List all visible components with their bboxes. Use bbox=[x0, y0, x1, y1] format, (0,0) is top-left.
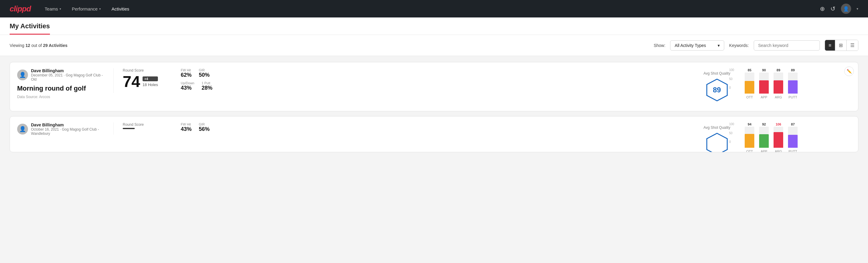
nav-right: ⊕ ↺ 👤 ▾ bbox=[820, 4, 858, 14]
y-0: 0 bbox=[729, 86, 734, 89]
bar-ott: 85 OTT bbox=[745, 68, 754, 99]
activity-card: 👤 Dave Billingham December 05, 2021 · Go… bbox=[10, 62, 858, 111]
search-input[interactable] bbox=[758, 43, 815, 48]
bar-arg: 89 ARG bbox=[774, 68, 783, 99]
oneputt-value: 28% bbox=[202, 85, 212, 91]
avatar-2: 👤 bbox=[17, 124, 28, 135]
hexagon-wrap: Avg Shot Quality 89 bbox=[704, 71, 730, 102]
round-score-row-2 bbox=[123, 128, 174, 131]
activity-type-dropdown[interactable]: All Activity Types ▾ bbox=[670, 40, 724, 51]
page-title: My Activities bbox=[10, 22, 50, 35]
main-content: 👤 Dave Billingham December 05, 2021 · Go… bbox=[0, 56, 868, 163]
hexagon: 89 bbox=[705, 78, 729, 102]
quality-label: Avg Shot Quality bbox=[704, 71, 730, 76]
refresh-icon[interactable]: ↺ bbox=[830, 5, 836, 12]
nav-label-activities: Activities bbox=[112, 6, 129, 11]
hexagon-svg-2 bbox=[705, 132, 729, 152]
activity-type-selected: All Activity Types bbox=[675, 43, 706, 48]
nav-item-performance[interactable]: Performance ▾ bbox=[68, 4, 105, 14]
oneputt-stat: 1 Putt 28% bbox=[202, 81, 212, 91]
show-label: Show: bbox=[654, 43, 665, 48]
bar-putt: 89 PUTT bbox=[788, 68, 798, 99]
user-info: Dave Billingham December 05, 2021 · Gog … bbox=[31, 68, 107, 82]
bar-chart-2: 94 OTT 92 APP 106 bbox=[745, 122, 798, 152]
bar-chart: 85 OTT 90 APP bbox=[745, 68, 798, 105]
bar-chart-wrapper: 100 50 0 85 OTT 90 bbox=[736, 68, 798, 105]
gir-label: GIR bbox=[199, 68, 210, 72]
oneputt-label: 1 Putt bbox=[202, 81, 212, 85]
bar-ott-fill bbox=[745, 81, 754, 94]
updown-label: Up/Down bbox=[181, 81, 194, 85]
user-date-2: October 16, 2021 · Gog Magog Golf Club -… bbox=[31, 127, 107, 136]
bar-app-container bbox=[759, 72, 769, 94]
user-chevron-icon: ▾ bbox=[857, 7, 858, 11]
bar-putt-value-2: 87 bbox=[791, 122, 795, 126]
performance-chevron-icon: ▾ bbox=[99, 7, 101, 10]
gir-label-2: GIR bbox=[199, 122, 210, 126]
round-score-section: Round Score 74 +4 18 Holes bbox=[114, 68, 174, 93]
user-name: Dave Billingham bbox=[31, 68, 107, 73]
bar-putt-container bbox=[788, 72, 798, 94]
y-0-2: 0 bbox=[729, 140, 734, 144]
quality-label-2: Avg Shot Quality bbox=[704, 125, 730, 130]
bar-app: 90 APP bbox=[759, 68, 769, 99]
round-score-label-2: Round Score bbox=[123, 122, 174, 127]
add-icon[interactable]: ⊕ bbox=[820, 5, 825, 12]
view-toggles: ≡ ⊞ ☰ bbox=[825, 40, 858, 51]
y-100: 100 bbox=[729, 68, 734, 71]
teams-chevron-icon: ▾ bbox=[60, 7, 61, 10]
card-left-2: 👤 Dave Billingham October 16, 2021 · Gog… bbox=[17, 122, 107, 139]
bar-arg-container-2 bbox=[774, 127, 783, 148]
view-toggle-compact[interactable]: ☰ bbox=[847, 40, 858, 51]
bar-app-value: 90 bbox=[762, 68, 766, 72]
bar-arg-value: 89 bbox=[777, 68, 780, 72]
bar-app-value-2: 92 bbox=[762, 122, 766, 126]
y-100-2: 100 bbox=[729, 122, 734, 126]
round-score-row: 74 +4 18 Holes bbox=[123, 74, 174, 89]
bar-putt-fill-2 bbox=[788, 135, 798, 148]
nav-item-activities[interactable]: Activities bbox=[107, 4, 133, 14]
user-date: December 05, 2021 · Gog Magog Golf Club … bbox=[31, 73, 107, 82]
nav-label-teams: Teams bbox=[45, 6, 58, 11]
compact-view-icon: ☰ bbox=[850, 42, 855, 48]
bar-arg-container bbox=[774, 72, 783, 94]
y-50-2: 50 bbox=[729, 132, 734, 135]
bar-putt-container-2 bbox=[788, 127, 798, 148]
user-row-2: 👤 Dave Billingham October 16, 2021 · Gog… bbox=[17, 122, 107, 136]
score-badge: +4 bbox=[143, 77, 158, 81]
bar-ott-fill-2 bbox=[745, 134, 754, 148]
holes-label: 18 Holes bbox=[143, 83, 158, 87]
mini-stat-row-top-2: FW Hit 43% GIR 56% bbox=[181, 122, 222, 136]
logo[interactable]: clippd bbox=[10, 4, 31, 13]
viewing-mid: out of bbox=[30, 43, 43, 48]
nav-item-teams[interactable]: Teams ▾ bbox=[40, 4, 65, 14]
mini-stats-2: FW Hit 43% GIR 56% bbox=[174, 122, 222, 136]
round-score-label: Round Score bbox=[123, 68, 174, 72]
viewing-total: 29 bbox=[43, 43, 48, 48]
shot-quality-section: Avg Shot Quality 89 100 50 0 bbox=[694, 68, 851, 105]
mini-stats: FW Hit 62% GIR 50% Up/Down 43% 1 Putt 28… bbox=[174, 68, 222, 94]
bar-ott-label-2: OTT bbox=[746, 150, 753, 152]
avatar-person-icon: 👤 bbox=[19, 71, 26, 78]
fw-hit-label-2: FW Hit bbox=[181, 122, 192, 126]
bar-app-label: APP bbox=[761, 95, 767, 99]
bar-ott-container bbox=[745, 72, 754, 94]
gir-value-2: 56% bbox=[199, 126, 210, 133]
hexagon-wrap-2: Avg Shot Quality bbox=[704, 125, 730, 152]
view-toggle-grid[interactable]: ⊞ bbox=[835, 40, 847, 51]
user-row: 👤 Dave Billingham December 05, 2021 · Go… bbox=[17, 68, 107, 82]
viewing-text: Viewing 12 out of 29 Activities bbox=[10, 43, 649, 48]
bar-app-fill-2 bbox=[759, 134, 769, 148]
bar-putt-fill bbox=[788, 80, 798, 94]
main-nav: clippd Teams ▾ Performance ▾ Activities … bbox=[0, 0, 868, 18]
edit-button[interactable]: ✏️ bbox=[844, 66, 854, 76]
activity-type-chevron-icon: ▾ bbox=[718, 43, 720, 48]
round-score-section-2: Round Score bbox=[114, 122, 174, 135]
bar-ott-2: 94 OTT bbox=[745, 122, 754, 152]
svg-marker-1 bbox=[707, 133, 727, 152]
avatar-person-icon-2: 👤 bbox=[19, 126, 26, 133]
user-avatar[interactable]: 👤 bbox=[841, 4, 851, 14]
updown-value: 43% bbox=[181, 85, 194, 91]
filter-bar: Viewing 12 out of 29 Activities Show: Al… bbox=[0, 35, 868, 56]
view-toggle-list[interactable]: ≡ bbox=[825, 40, 835, 51]
